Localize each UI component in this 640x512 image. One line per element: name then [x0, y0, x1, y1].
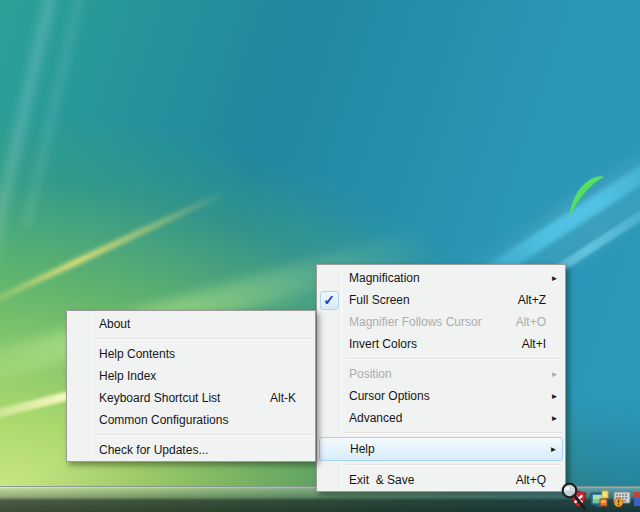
menu-item-help-contents[interactable]: Help Contents — [67, 343, 315, 365]
wallpaper-yellow-line — [0, 189, 228, 313]
menu-item-cursor-options[interactable]: Cursor Options ► — [317, 385, 565, 407]
menu-item-label: Advanced — [341, 411, 547, 425]
menu-item-label: Help Contents — [91, 347, 312, 361]
menu-item-help[interactable]: Help ► — [319, 437, 563, 461]
menu-item-label: Invert Colors — [341, 337, 522, 351]
wallpaper-light-ray — [0, 0, 62, 268]
keyboard-input-icon[interactable] — [613, 490, 631, 508]
menu-item-magnification[interactable]: Magnification ► — [317, 267, 565, 289]
menu-item-advanced[interactable]: Advanced ► — [317, 407, 565, 429]
menu-item-full-screen[interactable]: ✓ Full Screen Alt+Z — [317, 289, 565, 311]
submenu-arrow-icon: ► — [546, 445, 561, 454]
submenu-arrow-icon: ► — [547, 414, 562, 423]
menu-item-label: Magnification — [341, 271, 547, 285]
menu-item-label: About — [91, 317, 312, 331]
menu-item-gutter: ✓ — [317, 291, 341, 310]
checkmark-icon: ✓ — [320, 291, 339, 310]
magnifier-cursor-icon — [560, 481, 588, 511]
menu-item-label: Magnifier Follows Cursor — [341, 315, 516, 329]
menu-item-shortcut: Alt+O — [516, 315, 547, 329]
menu-item-exit-and-save[interactable]: Exit & Save Alt+Q — [317, 469, 565, 491]
menu-separator — [345, 358, 563, 360]
submenu-arrow-icon: ► — [547, 392, 562, 401]
menu-item-label: Full Screen — [341, 293, 518, 307]
menu-item-common-configurations[interactable]: Common Configurations — [67, 409, 315, 431]
display-magnifier-icon[interactable] — [590, 490, 610, 509]
menu-separator — [345, 464, 563, 466]
menu-item-magnifier-follows-cursor[interactable]: Magnifier Follows Cursor Alt+O — [317, 311, 565, 333]
menu-item-label: Help Index — [91, 369, 312, 383]
aurora-swoosh — [540, 158, 640, 248]
help-submenu: About Help Contents Help Index Keyboard … — [66, 310, 316, 462]
menu-item-label: Common Configurations — [91, 413, 312, 427]
screen: About Help Contents Help Index Keyboard … — [0, 0, 640, 512]
menu-separator — [95, 434, 313, 436]
menu-item-keyboard-shortcut-list[interactable]: Keyboard Shortcut List Alt-K — [67, 387, 315, 409]
menu-item-label: Cursor Options — [341, 389, 547, 403]
menu-item-check-for-updates[interactable]: Check for Updates... — [67, 439, 315, 461]
menu-item-invert-colors[interactable]: Invert Colors Alt+I — [317, 333, 565, 355]
menu-item-shortcut: Alt+I — [522, 337, 547, 351]
menu-item-label: Keyboard Shortcut List — [91, 391, 270, 405]
menu-item-help-index[interactable]: Help Index — [67, 365, 315, 387]
menu-separator — [95, 338, 313, 340]
menu-item-label: Check for Updates... — [91, 443, 312, 457]
menu-separator — [345, 432, 563, 434]
submenu-arrow-icon: ► — [547, 274, 562, 283]
menu-item-label: Exit & Save — [341, 473, 516, 487]
menu-item-position[interactable]: Position ► — [317, 363, 565, 385]
menu-item-label: Help — [342, 442, 546, 456]
menu-item-label: Position — [341, 367, 547, 381]
menu-item-shortcut: Alt-K — [270, 391, 297, 405]
menu-item-about[interactable]: About — [67, 313, 315, 335]
submenu-arrow-icon: ► — [547, 370, 562, 379]
clipped-tray-icon[interactable] — [634, 490, 640, 508]
wallpaper-light-ray — [23, 0, 88, 227]
menu-item-shortcut: Alt+Q — [516, 473, 547, 487]
magnifier-context-menu: Magnification ► ✓ Full Screen Alt+Z Magn… — [316, 264, 566, 492]
menu-item-shortcut: Alt+Z — [518, 293, 547, 307]
